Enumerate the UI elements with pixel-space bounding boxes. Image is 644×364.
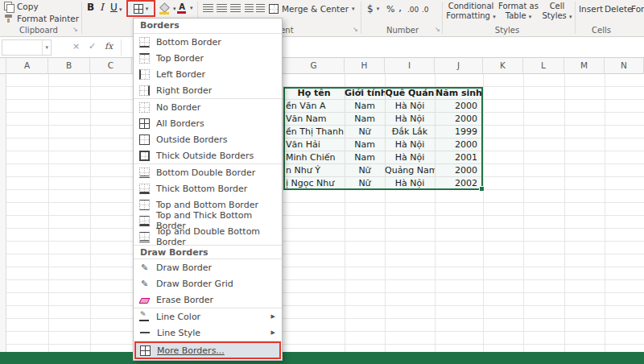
column-header-k[interactable]: K: [483, 58, 523, 74]
comma-format-button[interactable]: ,: [398, 1, 402, 14]
more-borders-icon: [140, 345, 151, 356]
column-header-l[interactable]: L: [523, 58, 564, 74]
align-right-icon[interactable]: [230, 4, 241, 12]
menu-item-label: Draw Border Grid: [156, 279, 233, 289]
percent-format-button[interactable]: %: [386, 2, 394, 15]
draw-border-pencil-icon: ✎: [139, 263, 150, 273]
conditional-formatting-label-2: Formatting: [446, 11, 490, 20]
format-as-table-label-2: Table: [506, 11, 526, 20]
menu-item-label: Left Border: [156, 69, 205, 80]
align-center-icon[interactable]: [217, 4, 227, 12]
menu-title: Borders: [134, 19, 282, 33]
menu-item-erase-border[interactable]: Erase Border: [134, 292, 282, 308]
format-painter-button[interactable]: Format Painter: [4, 12, 79, 25]
column-header-b[interactable]: B: [48, 58, 90, 74]
column-header-n[interactable]: N: [605, 58, 644, 74]
currency-format-button[interactable]: $ ▾: [367, 2, 379, 15]
menu-item-label: All Borders: [156, 118, 204, 129]
merge-center-icon: [269, 4, 279, 14]
decrease-indent-icon[interactable]: [245, 4, 254, 12]
borders-button[interactable]: ▾: [126, 0, 155, 17]
name-box-dropdown-arrow[interactable]: ▾: [42, 40, 51, 55]
insert-function-icon[interactable]: fx: [105, 41, 113, 52]
menu-item-draw-border-grid[interactable]: ✎ Draw Border Grid: [134, 275, 282, 292]
menu-item-thick-bottom-border[interactable]: Thick Bottom Border: [134, 180, 282, 196]
font-color-button[interactable]: A ▾: [177, 2, 193, 14]
alignment-dialog-launcher[interactable]: ↘: [353, 27, 358, 33]
menu-item-no-border[interactable]: No Border: [134, 99, 282, 115]
bottom-border-icon: [139, 37, 150, 48]
menu-item-all-borders[interactable]: All Borders: [134, 115, 282, 131]
menu-item-label: Right Border: [156, 85, 212, 96]
column-header-a[interactable]: A: [6, 58, 48, 74]
formula-bar: ▾ × ✓ fx: [0, 37, 644, 58]
fill-color-icon: [159, 4, 170, 14]
cells-group-label: Cells: [581, 26, 621, 35]
format-as-table-button[interactable]: Format as Table ▾: [497, 2, 539, 22]
column-header-h[interactable]: H: [345, 58, 385, 74]
menu-item-line-color[interactable]: Line Color ▶: [134, 308, 282, 325]
menu-item-right-border[interactable]: Right Border: [134, 82, 282, 98]
menu-item-draw-border[interactable]: ✎ Draw Border: [134, 259, 282, 275]
menu-item-bottom-double-border[interactable]: Bottom Double Border: [134, 164, 282, 180]
copy-button[interactable]: Copy: [4, 0, 39, 13]
select-all-corner[interactable]: [0, 58, 6, 74]
gridline: [483, 74, 484, 352]
top-and-double-bottom-border-icon: [139, 232, 150, 242]
menu-item-label: Outside Borders: [156, 134, 228, 145]
thick-outside-borders-icon: [139, 151, 150, 161]
underline-button[interactable]: U: [110, 2, 118, 13]
insert-label: Insert: [579, 4, 603, 14]
underline-dropdown-arrow[interactable]: ▾: [119, 6, 122, 13]
borders-dropdown-arrow: ▾: [146, 6, 149, 12]
column-header-i[interactable]: I: [385, 58, 435, 74]
font-color-icon: A: [177, 2, 187, 14]
menu-item-top-and-double-bottom-border[interactable]: Top and Double Bottom Border: [134, 229, 282, 245]
number-dialog-launcher[interactable]: ↘: [435, 27, 440, 33]
menu-item-label: More Borders...: [157, 345, 225, 356]
enter-icon[interactable]: ✓: [89, 41, 96, 52]
top-and-bottom-border-icon: [139, 200, 150, 210]
name-box[interactable]: ▾: [2, 39, 52, 56]
menu-item-bottom-border[interactable]: Bottom Border: [134, 34, 282, 50]
cancel-icon[interactable]: ×: [72, 41, 80, 52]
increase-decimal-button[interactable]: .00: [407, 3, 419, 16]
menu-item-more-borders[interactable]: More Borders...: [134, 341, 281, 359]
ribbon: Copy Format Painter Clipboard ↘ B I U ▾ …: [0, 0, 644, 37]
clipboard-dialog-launcher[interactable]: ↘: [72, 27, 78, 33]
increase-indent-icon[interactable]: [256, 4, 265, 12]
fill-color-button[interactable]: ▾: [159, 2, 176, 15]
menu-item-label: Top Border: [156, 53, 204, 64]
merge-center-button[interactable]: Merge & Center ▾: [269, 2, 355, 15]
column-header-c[interactable]: C: [90, 58, 132, 74]
cell-styles-label-1: Cell: [541, 2, 573, 11]
align-left-icon[interactable]: [203, 4, 213, 12]
sheet-grid[interactable]: Họ tên Giới tính Quê Quán Năm sinh ền Vă…: [0, 74, 644, 352]
format-painter-icon: [4, 14, 14, 23]
draw-border-grid-pencil-icon: ✎: [139, 279, 150, 289]
menu-item-label: Thick Bottom Border: [156, 184, 247, 194]
outside-borders-icon: [139, 134, 150, 145]
merge-center-label: Merge & Center: [282, 4, 349, 14]
decrease-decimal-button[interactable]: .0: [422, 3, 429, 16]
comma-label: ,: [398, 2, 402, 14]
menu-item-thick-outside-borders[interactable]: Thick Outside Borders: [134, 147, 282, 163]
status-bar: [0, 352, 644, 364]
menu-item-left-border[interactable]: Left Border: [134, 66, 282, 82]
column-header-m[interactable]: M: [564, 58, 605, 74]
line-color-icon: [139, 312, 150, 322]
menu-item-line-style[interactable]: Line Style ▶: [134, 325, 282, 341]
column-header-g[interactable]: G: [283, 58, 345, 74]
bold-button[interactable]: B: [87, 2, 94, 13]
format-button[interactable]: Format: [631, 2, 644, 15]
delete-button[interactable]: Delete: [605, 2, 633, 15]
increase-decimal-label: .00: [407, 6, 419, 14]
gridline: [90, 74, 91, 352]
italic-button[interactable]: I: [100, 2, 104, 13]
insert-button[interactable]: Insert: [579, 2, 603, 15]
menu-item-outside-borders[interactable]: Outside Borders: [134, 131, 282, 147]
column-header-j[interactable]: J: [435, 58, 483, 74]
cell-styles-button[interactable]: Cell Styles ▾: [541, 2, 573, 22]
conditional-formatting-button[interactable]: Conditional Formatting ▾: [446, 2, 496, 22]
menu-item-top-border[interactable]: Top Border: [134, 50, 282, 66]
